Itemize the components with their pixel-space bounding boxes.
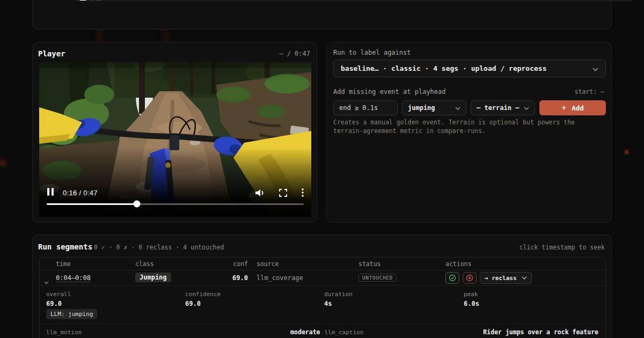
end-time-input[interactable]: end ≥ 0.1s — [333, 100, 398, 115]
llm-class-badge: LLM: jumping — [46, 309, 97, 319]
video-player[interactable]: 0:16 / 0:47 — [39, 62, 311, 217]
stat-confidence: confidence 69.0 — [185, 291, 221, 307]
add-event-header: Add missing event at playhead start: — — [333, 88, 604, 95]
avatar — [78, 0, 87, 1]
segments-hint: click timestamp to seek — [519, 244, 605, 251]
table-header: time class conf source status actions — [40, 258, 605, 270]
segments-table: time class conf source status actions 0:… — [39, 257, 606, 338]
segment-actions: → reclass — [445, 272, 532, 284]
expand-chevron-icon[interactable] — [44, 276, 49, 286]
chevron-down-icon — [455, 104, 460, 112]
pause-icon[interactable] — [47, 188, 54, 198]
start-value: start: — — [575, 88, 604, 95]
col-source: source — [257, 260, 279, 268]
chevron-down-icon — [592, 63, 598, 74]
segments-card: Run segments 0 ✓ · 0 ✗ · 0 reclass · 4 u… — [32, 234, 612, 338]
event-class-value: jumping — [408, 104, 435, 112]
particle — [625, 150, 628, 154]
col-class: class — [135, 260, 154, 268]
llm-motion: llm_motion moderate — [46, 328, 320, 336]
run-select-label: Run to label against — [333, 49, 411, 56]
segments-title: Run segments — [38, 243, 92, 251]
reclass-label: → reclass — [485, 275, 517, 282]
add-button[interactable]: + Add — [539, 100, 606, 115]
table-row: 0:04–0:08 Jumping 69.0 llm_coverage UNTO… — [40, 270, 605, 286]
segment-class-badge: Jumping — [135, 273, 171, 282]
file-list-panel: marti@notmybeer.com 0:18 89787888… GX011… — [73, 0, 635, 1]
labeler-card: Run to label against baseline… · classic… — [326, 42, 612, 223]
segment-detail: overall 69.0 confidence 69.0 duration 4s… — [40, 286, 605, 338]
video-timestamp: 0:16 / 0:47 — [63, 189, 98, 197]
terrain-value: — terrain — — [477, 104, 519, 112]
segments-summary: 0 ✓ · 0 ✗ · 0 reclass · 4 untouched — [94, 244, 224, 251]
approve-button[interactable] — [445, 272, 459, 284]
segment-confidence: 69.0 — [217, 274, 248, 282]
reject-button[interactable] — [463, 272, 477, 284]
add-event-controls: end ≥ 0.1s jumping — terrain — + Add — [333, 100, 606, 115]
video-progress-bar[interactable] — [47, 203, 304, 205]
col-status: status — [358, 260, 381, 268]
llm-meta-row: llm_motion moderate llm_caption Rider ju… — [46, 324, 598, 338]
add-event-helper-text: Creates a manual golden event. Terrain i… — [333, 119, 606, 135]
player-card: Player — / 0:47 — [32, 42, 317, 223]
video-controls: 0:16 / 0:47 — [39, 186, 311, 199]
stat-duration: duration 4s — [324, 291, 353, 307]
col-time: time — [56, 260, 71, 268]
video-progress-thumb[interactable] — [133, 201, 140, 208]
fullscreen-icon[interactable] — [279, 189, 287, 197]
video-camera-icon — [92, 0, 101, 1]
add-event-label: Add missing event at playhead — [333, 88, 446, 95]
volume-icon[interactable] — [255, 189, 265, 197]
reclass-select[interactable]: → reclass — [480, 272, 532, 284]
kebab-menu-icon[interactable] — [302, 188, 304, 197]
plus-icon: + — [561, 103, 566, 113]
col-actions: actions — [445, 260, 471, 268]
file-list-card: marti@notmybeer.com 0:18 89787888… GX011… — [32, 0, 612, 30]
stat-peak: peak 6.0s — [464, 291, 479, 307]
llm-caption: llm_caption Rider jumps over a rock feat… — [325, 328, 599, 336]
terrain-select[interactable]: — terrain — — [471, 100, 535, 115]
run-select-value: baseline… · classic · 4 segs · upload / … — [341, 64, 547, 72]
player-title: Player — [38, 49, 65, 58]
segment-source: llm_coverage — [257, 274, 303, 282]
event-class-select[interactable]: jumping — [402, 100, 466, 115]
stat-overall: overall 69.0 — [46, 291, 71, 307]
particle — [0, 160, 5, 166]
run-select[interactable]: baseline… · classic · 4 segs · upload / … — [333, 60, 606, 77]
app: marti@notmybeer.com 0:18 89787888… GX011… — [0, 0, 644, 338]
col-conf: conf — [217, 260, 248, 268]
segment-timestamp-link[interactable]: 0:04–0:08 — [56, 274, 91, 282]
player-duration-label: — / 0:47 — [279, 50, 310, 57]
chevron-down-icon — [524, 104, 529, 112]
video-progress-fill — [47, 203, 137, 205]
segment-status-badge: UNTOUCHED — [358, 274, 397, 282]
add-button-label: Add — [572, 104, 584, 112]
